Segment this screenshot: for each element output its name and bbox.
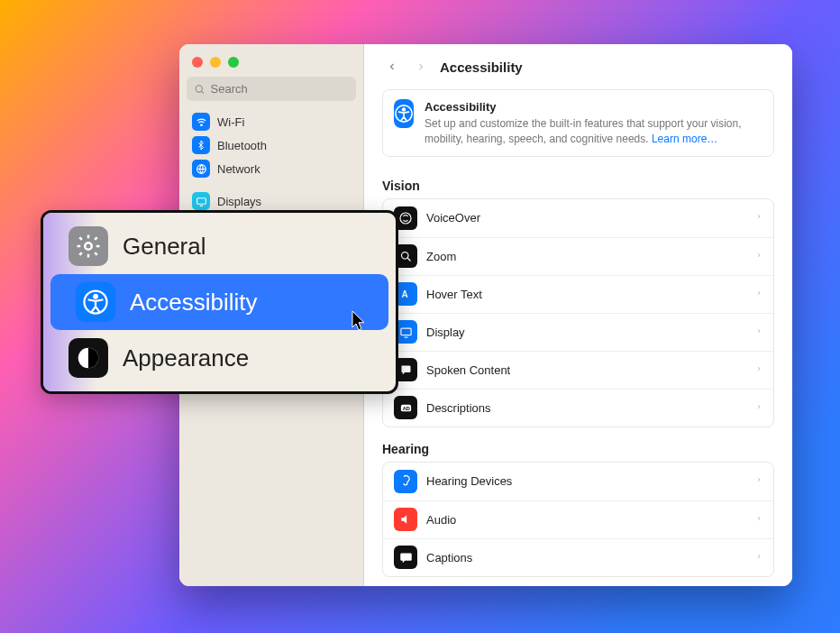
row-label: Spoken Content (426, 363, 510, 377)
toolbar: Accessibility (364, 44, 792, 86)
captions-icon (394, 546, 417, 569)
chevron-right-icon (755, 474, 762, 488)
zoom-callout: GeneralAccessibilityAppearance (41, 210, 398, 394)
callout-row-label: General (123, 233, 206, 261)
back-button[interactable] (382, 57, 402, 77)
row-display[interactable]: Display (383, 313, 773, 351)
row-spoken-content[interactable]: Spoken Content (383, 351, 773, 389)
callout-row-label: Accessibility (130, 289, 258, 316)
svg-point-11 (403, 108, 406, 111)
row-label: Descriptions (426, 401, 491, 415)
network-icon (192, 160, 210, 178)
sidebar-item-label: Bluetooth (217, 139, 267, 152)
bluetooth-icon (192, 136, 210, 154)
svg-point-2 (200, 124, 202, 125)
chevron-right-icon (755, 363, 762, 377)
chevron-right-icon (755, 250, 762, 263)
hearing-devices-icon (394, 470, 417, 493)
row-hover-text[interactable]: AHover Text (383, 275, 773, 313)
displays-icon (192, 192, 210, 210)
svg-point-19 (85, 243, 92, 250)
minimize-button[interactable] (210, 57, 221, 68)
page-title: Accessibility (440, 60, 523, 75)
sidebar-item-network[interactable]: Network (179, 157, 363, 180)
sidebar-item-label: Displays (217, 195, 261, 208)
cursor-icon (352, 310, 368, 332)
svg-rect-16 (400, 328, 410, 335)
sidebar-item-bluetooth[interactable]: Bluetooth (179, 133, 363, 157)
descriptions-icon: AD (394, 396, 417, 419)
row-label: Display (426, 326, 465, 339)
svg-line-1 (202, 91, 204, 93)
svg-point-0 (196, 85, 202, 91)
svg-rect-4 (196, 197, 205, 204)
svg-point-21 (94, 295, 97, 298)
svg-point-13 (401, 252, 408, 259)
callout-row-label: Appearance (123, 344, 249, 372)
callout-row-accessibility[interactable]: Accessibility (50, 274, 388, 330)
close-button[interactable] (192, 57, 203, 68)
row-label: Audio (426, 513, 456, 527)
window-controls (179, 44, 363, 77)
appearance-icon (68, 338, 108, 378)
fullscreen-button[interactable] (228, 57, 239, 68)
section-list-hearing: Hearing DevicesAudioCaptions (382, 462, 774, 577)
row-label: Zoom (426, 250, 456, 263)
row-descriptions[interactable]: ADDescriptions (383, 389, 773, 427)
wi-fi-icon (192, 113, 210, 131)
svg-point-12 (400, 213, 411, 224)
audio-icon (394, 508, 417, 531)
sidebar-item-label: Network (217, 162, 260, 176)
row-label: Hover Text (426, 288, 482, 301)
main-pane: Accessibility Accessibility Set up and c… (364, 44, 792, 586)
section-title-vision: Vision (364, 170, 792, 198)
sidebar-item-wi-fi[interactable]: Wi-Fi (179, 110, 363, 133)
row-audio[interactable]: Audio (383, 500, 773, 538)
search-field[interactable] (187, 77, 356, 101)
callout-row-general[interactable]: General (43, 218, 396, 274)
section-list-vision: VoiceOverZoomAHover TextDisplaySpoken Co… (382, 198, 774, 427)
row-label: Captions (426, 551, 472, 564)
row-hearing-devices[interactable]: Hearing Devices (383, 463, 773, 500)
header-card-text: Accessibility Set up and customize the b… (425, 99, 762, 147)
chevron-right-icon (755, 326, 762, 339)
svg-text:AD: AD (402, 406, 409, 411)
learn-more-link[interactable]: Learn more… (652, 133, 717, 145)
row-captions[interactable]: Captions (383, 538, 773, 576)
row-label: Hearing Devices (426, 474, 512, 488)
search-icon (194, 83, 205, 96)
chevron-right-icon (755, 513, 762, 527)
accessibility-icon (394, 99, 414, 128)
svg-text:A: A (401, 289, 407, 299)
chevron-right-icon (755, 211, 762, 225)
section-title-hearing: Hearing (364, 433, 792, 462)
header-card-heading: Accessibility (425, 99, 762, 115)
svg-line-14 (407, 258, 410, 261)
general-icon (68, 226, 108, 266)
row-zoom[interactable]: Zoom (383, 237, 773, 275)
chevron-right-icon (755, 551, 762, 564)
callout-row-appearance[interactable]: Appearance (43, 330, 396, 386)
sidebar-item-label: Wi-Fi (217, 115, 244, 129)
chevron-right-icon (755, 288, 762, 301)
search-input[interactable] (211, 82, 350, 96)
row-label: VoiceOver (426, 211, 480, 225)
header-card: Accessibility Set up and customize the b… (382, 89, 774, 157)
chevron-right-icon (755, 401, 762, 415)
forward-button[interactable] (411, 57, 431, 77)
accessibility-icon (76, 282, 115, 322)
row-voiceover[interactable]: VoiceOver (383, 199, 773, 237)
